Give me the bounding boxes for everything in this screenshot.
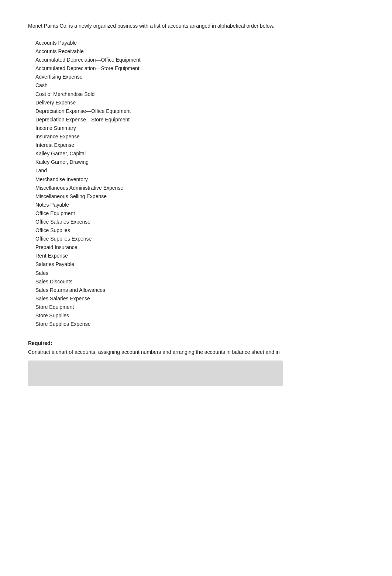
- list-item: Kailey Garner, Drawing: [35, 158, 364, 166]
- list-item: Prepaid Insurance: [35, 243, 364, 252]
- list-item: Office Supplies: [35, 226, 364, 235]
- list-item: Miscellaneous Administrative Expense: [35, 184, 364, 192]
- list-item: Depreciation Expense—Office Equipment: [35, 107, 364, 115]
- list-item: Miscellaneous Selling Expense: [35, 192, 364, 201]
- list-item: Land: [35, 166, 364, 175]
- list-item: Sales Salaries Expense: [35, 294, 364, 303]
- list-item: Depreciation Expense—Store Equipment: [35, 115, 364, 124]
- list-item: Rent Expense: [35, 252, 364, 260]
- list-item: Income Summary: [35, 124, 364, 132]
- required-label: Required:: [28, 340, 364, 346]
- list-item: Accumulated Depreciation—Store Equipment: [35, 64, 364, 73]
- list-item: Kailey Garner, Capital: [35, 149, 364, 158]
- blurred-content: [28, 361, 283, 386]
- construct-text: Construct a chart of accounts, assigning…: [28, 348, 364, 356]
- list-item: Store Equipment: [35, 303, 364, 311]
- list-item: Accumulated Depreciation—Office Equipmen…: [35, 56, 364, 64]
- list-item: Office Equipment: [35, 209, 364, 218]
- list-item: Sales Returns and Allowances: [35, 286, 364, 294]
- list-item: Interest Expense: [35, 141, 364, 149]
- list-item: Store Supplies: [35, 311, 364, 320]
- accounts-list: Accounts PayableAccounts ReceivableAccum…: [35, 39, 364, 328]
- list-item: Accounts Receivable: [35, 47, 364, 56]
- required-section: Required: Construct a chart of accounts,…: [28, 340, 364, 386]
- list-item: Office Salaries Expense: [35, 218, 364, 226]
- list-item: Office Supplies Expense: [35, 235, 364, 243]
- list-item: Store Supplies Expense: [35, 320, 364, 328]
- intro-paragraph: Monet Paints Co. is a newly organized bu…: [28, 22, 364, 30]
- list-item: Sales: [35, 269, 364, 277]
- list-item: Notes Payable: [35, 201, 364, 209]
- list-item: Insurance Expense: [35, 132, 364, 141]
- list-item: Advertising Expense: [35, 73, 364, 81]
- list-item: Cash: [35, 81, 364, 90]
- list-item: Accounts Payable: [35, 39, 364, 47]
- list-item: Delivery Expense: [35, 99, 364, 107]
- list-item: Cost of Merchandise Sold: [35, 90, 364, 99]
- list-item: Salaries Payable: [35, 260, 364, 269]
- list-item: Sales Discounts: [35, 277, 364, 286]
- list-item: Merchandise Inventory: [35, 175, 364, 184]
